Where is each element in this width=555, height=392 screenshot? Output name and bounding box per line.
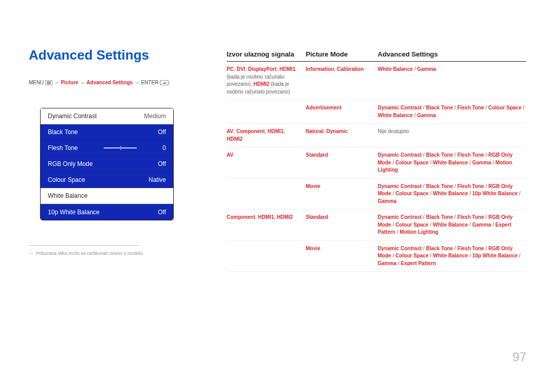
table-header: Izvor ulaznog signala Picture Mode Advan… xyxy=(227,50,526,62)
table-row: AdvertisementDynamic Contrast / Black To… xyxy=(227,100,526,124)
table-cell-advanced: Dynamic Contrast / Black Tone / Flesh To… xyxy=(378,152,526,174)
menu-item[interactable]: 10p White BalanceOff xyxy=(41,204,173,220)
footnote-divider xyxy=(29,245,139,246)
table-row: AV, Component, HDMI1, HDMI2Natural, Dyna… xyxy=(227,124,526,147)
arrow-icon: → xyxy=(80,80,85,85)
table-cell-source: AV, Component, HDMI1, HDMI2 xyxy=(227,128,306,143)
table-row: Component, HDMI1, HDMI2StandardDynamic C… xyxy=(227,210,526,241)
svg-rect-4 xyxy=(160,80,169,85)
arrow-icon: → xyxy=(134,80,139,85)
arrow-icon: → xyxy=(54,80,59,85)
breadcrumb-menu: MENU xyxy=(29,80,44,85)
menu-item-value: Native xyxy=(149,176,166,183)
footnote-text: Prikazana slika može se razlikovati ovis… xyxy=(29,251,206,256)
table-row: AVStandardDynamic Contrast / Black Tone … xyxy=(227,147,526,179)
table-cell-advanced: Dynamic Contrast / Black Tone / Flesh To… xyxy=(378,183,526,206)
table-cell-mode: Natural, Dynamic xyxy=(306,128,378,143)
table-cell-mode: Movie xyxy=(306,183,378,206)
table-cell-source: Component, HDMI1, HDMI2 xyxy=(227,214,306,236)
table-cell-advanced: Nije dostupno xyxy=(378,128,526,143)
table-header-mode: Picture Mode xyxy=(306,50,378,58)
menu-item-label: Flesh Tone xyxy=(48,144,78,152)
menu-item-label: White Balance xyxy=(48,192,87,199)
table-row: PC, DVI, DisplayPort, HDMI1 (kada je oso… xyxy=(227,62,526,100)
table-cell-advanced: Dynamic Contrast / Black Tone / Flesh To… xyxy=(378,245,526,268)
menu-item-label: Dynamic Contrast xyxy=(48,113,97,120)
menu-item[interactable]: White Balance xyxy=(41,188,173,204)
table-cell-mode: Information, Calibration xyxy=(306,66,378,96)
menu-item[interactable]: Flesh Tone0 xyxy=(41,140,173,156)
table-cell-source: PC, DVI, DisplayPort, HDMI1 (kada je oso… xyxy=(227,66,306,96)
menu-icon xyxy=(45,80,52,85)
table-cell-advanced: Dynamic Contrast / Black Tone / Flesh To… xyxy=(378,214,526,236)
slider-icon xyxy=(104,147,137,148)
table-cell-source xyxy=(227,183,306,206)
table-header-source: Izvor ulaznog signala xyxy=(227,50,306,58)
menu-item-value: Off xyxy=(158,160,166,167)
settings-table: Izvor ulaznog signala Picture Mode Advan… xyxy=(227,50,526,272)
menu-item[interactable]: RGB Only ModeOff xyxy=(41,156,173,172)
menu-item-value: 0 xyxy=(162,144,166,152)
table-row: MovieDynamic Contrast / Black Tone / Fle… xyxy=(227,179,526,210)
settings-menu: Dynamic ContrastMediumBlack ToneOffFlesh… xyxy=(40,108,174,220)
enter-icon xyxy=(160,80,169,85)
page-title: Advanced Settings xyxy=(29,47,206,63)
page-number: 97 xyxy=(512,350,526,364)
menu-item-value: Medium xyxy=(144,113,166,120)
table-cell-source xyxy=(227,104,306,119)
menu-item-label: Colour Space xyxy=(48,176,85,183)
table-cell-mode: Movie xyxy=(306,245,378,268)
table-cell-mode: Standard xyxy=(306,214,378,236)
table-row: MovieDynamic Contrast / Black Tone / Fle… xyxy=(227,241,526,272)
menu-item-value: Off xyxy=(158,128,166,136)
breadcrumb: MENU → Picture → Advanced Settings → ENT… xyxy=(29,80,206,85)
menu-item[interactable]: Dynamic ContrastMedium xyxy=(41,108,173,124)
breadcrumb-picture: Picture xyxy=(61,80,78,85)
table-cell-mode: Standard xyxy=(306,152,378,174)
menu-item[interactable]: Colour SpaceNative xyxy=(41,172,173,188)
table-cell-source xyxy=(227,245,306,268)
table-cell-advanced: Dynamic Contrast / Black Tone / Flesh To… xyxy=(378,104,526,119)
breadcrumb-advanced: Advanced Settings xyxy=(86,80,133,85)
menu-item-label: 10p White Balance xyxy=(48,209,100,216)
menu-item-value: Off xyxy=(158,209,166,216)
menu-item-label: RGB Only Mode xyxy=(48,160,92,167)
table-header-advanced: Advanced Settings xyxy=(378,50,526,58)
table-cell-advanced: White Balance / Gamma xyxy=(378,66,526,96)
breadcrumb-enter: ENTER xyxy=(141,80,158,85)
table-cell-source: AV xyxy=(227,152,306,174)
menu-item-label: Black Tone xyxy=(48,128,78,136)
menu-item[interactable]: Black ToneOff xyxy=(41,124,173,140)
table-cell-mode: Advertisement xyxy=(306,104,378,119)
